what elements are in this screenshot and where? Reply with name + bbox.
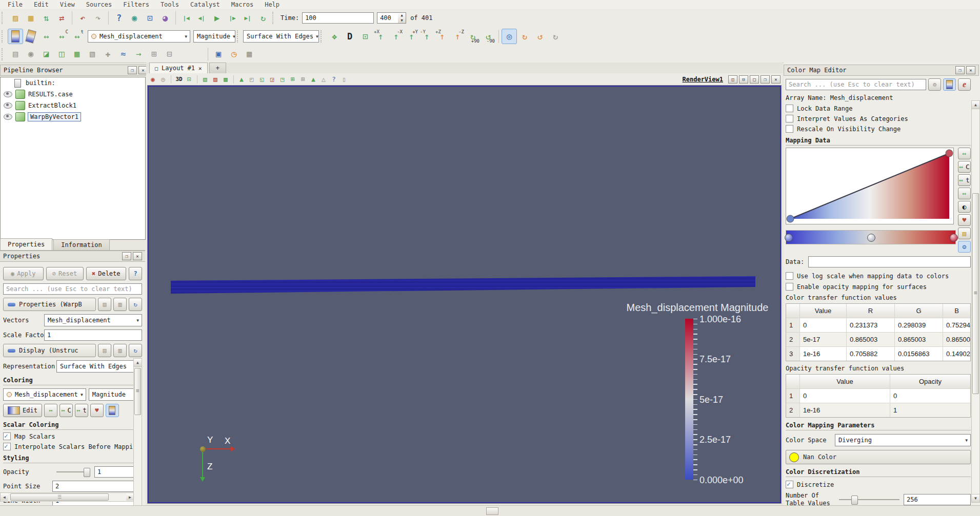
show-color-legend-button[interactable] xyxy=(106,404,119,417)
menu-catalyst[interactable]: Catalyst xyxy=(185,1,226,8)
scroll-left-icon[interactable]: ◀ xyxy=(1,493,8,501)
grow-selection-button[interactable]: ▲ xyxy=(308,74,318,85)
float-dock-button[interactable]: ❐ xyxy=(122,252,131,260)
scroll-right-icon[interactable]: ▶ xyxy=(126,493,134,501)
table-row[interactable]: 2 5e-17 0.865003 0.865003 0.865003 xyxy=(786,332,970,346)
clear-selection-button[interactable]: ▯ xyxy=(339,74,349,85)
gradient-mid-handle[interactable] xyxy=(867,234,875,242)
probe-location-button[interactable]: ▣ xyxy=(211,47,226,62)
camera-redo-button[interactable]: ↻ xyxy=(548,29,563,44)
edit-source-button[interactable]: e xyxy=(958,78,971,91)
menu-view[interactable]: View xyxy=(54,1,81,8)
rescale-visibility-checkbox[interactable] xyxy=(786,125,793,133)
view-plus-x-button[interactable]: ↑+X xyxy=(373,29,388,44)
render-viewport[interactable]: Mesh_displacement Magnitude 1.000e-16 7.… xyxy=(149,87,780,502)
menu-file[interactable]: File xyxy=(2,1,28,8)
spin-down-icon[interactable]: ▼ xyxy=(398,18,406,23)
scroll-up-icon[interactable]: ▲ xyxy=(134,359,142,367)
select-block-button[interactable]: ⊡ xyxy=(142,10,157,26)
import-preset-button[interactable]: ▨ xyxy=(958,228,971,239)
help-button[interactable]: ? xyxy=(129,267,142,280)
camera-adjust-button[interactable]: ◎ xyxy=(502,29,517,44)
col-opacity[interactable]: Opacity xyxy=(890,375,970,388)
render-view-name[interactable]: RenderView1 xyxy=(683,76,723,83)
warp-by-vector-button[interactable]: → xyxy=(131,47,146,62)
rescale-to-data-range-button[interactable]: ↔ xyxy=(38,29,54,44)
interpolate-scalars-checkbox[interactable] xyxy=(3,443,11,450)
zoom-closest-button[interactable]: D xyxy=(342,29,357,44)
select-points-on-button[interactable]: ▨ xyxy=(210,74,221,85)
select-cells-on-button[interactable]: ▧ xyxy=(200,74,210,85)
rotate-90-ccw-button[interactable]: ↺-90 xyxy=(481,29,496,44)
view-plus-z-button[interactable]: ↑+Z xyxy=(434,29,450,44)
rescale-custom-button[interactable]: ↔C xyxy=(958,161,971,173)
slider-thumb[interactable] xyxy=(851,496,858,505)
apply-button[interactable]: ◉Apply xyxy=(3,267,44,280)
visibility-eye-icon[interactable] xyxy=(4,114,12,120)
new-layout-tab[interactable]: + xyxy=(209,63,226,73)
hover-points-button[interactable]: ⊞ xyxy=(298,74,308,85)
color-palette-button[interactable]: ◕ xyxy=(157,10,173,26)
float-dock-button[interactable]: ❐ xyxy=(955,66,965,74)
table-row[interactable]: 1 0 0 xyxy=(786,388,970,403)
float-dock-button[interactable]: ❐ xyxy=(128,66,137,74)
calculator-filter-button[interactable]: ▤ xyxy=(8,47,23,62)
shrink-selection-button[interactable]: △ xyxy=(318,74,329,85)
capture-screenshot-button[interactable]: ⊡ xyxy=(184,74,194,85)
update-on-apply-button[interactable] xyxy=(943,78,956,91)
tf-min-handle[interactable] xyxy=(787,215,794,222)
paste-properties-button[interactable]: ▥ xyxy=(113,298,127,311)
extract-block-button[interactable]: ⊟ xyxy=(162,47,177,62)
rescale-range-button[interactable]: ↔ xyxy=(958,148,971,159)
spin-up-icon[interactable]: ▲ xyxy=(398,13,406,18)
close-view-button[interactable]: ✕ xyxy=(771,75,781,84)
tab-information[interactable]: Information xyxy=(53,239,109,250)
col-r[interactable]: R xyxy=(846,304,894,318)
scrollbar-thumb[interactable] xyxy=(134,368,141,415)
point-size-input[interactable]: 2 xyxy=(52,481,142,492)
paste-display-button[interactable]: ▥ xyxy=(113,344,127,357)
interactive-select-cells-button[interactable]: ◲ xyxy=(267,74,277,85)
warped-mesh-surface[interactable] xyxy=(171,276,755,294)
table-values-input[interactable]: 256 xyxy=(904,494,971,505)
undo-button[interactable]: ↶ xyxy=(75,10,90,26)
save-data-button[interactable]: ▦ xyxy=(23,10,38,26)
vectors-combo[interactable]: Mesh_displacement xyxy=(44,314,142,326)
table-row[interactable]: 1 0 0.231373 0.298039 0.752941 xyxy=(786,318,970,332)
scroll-down-icon[interactable]: ▼ xyxy=(972,494,979,502)
select-cells-through-button[interactable]: ▩ xyxy=(221,74,231,85)
play-button[interactable]: ▶ xyxy=(209,10,225,26)
tab-properties[interactable]: Properties xyxy=(0,238,52,250)
open-file-button[interactable]: ▨ xyxy=(8,10,23,26)
properties-vertical-scrollbar[interactable]: ▲ ▼ xyxy=(133,358,142,516)
select-points-through-button[interactable]: ▲ xyxy=(236,74,247,85)
interactive-select-points-button[interactable]: ◳ xyxy=(277,74,288,85)
color-transfer-function-plot[interactable] xyxy=(786,148,954,224)
frame-spinner[interactable]: ▲▼ xyxy=(398,12,406,24)
pipeline-item-builtin[interactable]: builtin: xyxy=(1,77,145,89)
toggle-color-legend-button[interactable] xyxy=(8,29,23,44)
choose-preset-button[interactable]: ♥ xyxy=(90,404,104,417)
group-datasets-button[interactable]: ⊞ xyxy=(146,47,162,62)
stream-tracer-button[interactable]: ≈ xyxy=(115,47,131,62)
menu-macros[interactable]: Macros xyxy=(226,1,259,8)
menu-tools[interactable]: Tools xyxy=(155,1,185,8)
cme-settings-button[interactable]: ⚙ xyxy=(928,78,941,91)
last-frame-button[interactable]: ▶| xyxy=(240,10,255,26)
menu-sources[interactable]: Sources xyxy=(81,1,118,8)
section-display[interactable]: Display (Unstruc xyxy=(3,344,96,357)
color-space-combo[interactable]: Diverging xyxy=(835,434,971,446)
layout-tab[interactable]: □ Layout #1 ✕ xyxy=(149,63,208,73)
next-frame-button[interactable]: |▶ xyxy=(225,10,240,26)
threshold-filter-button[interactable]: ▦ xyxy=(69,47,85,62)
view-plus-y-button[interactable]: ↑+Y xyxy=(404,29,419,44)
slice-filter-button[interactable]: ◫ xyxy=(54,47,69,62)
col-value[interactable]: Value xyxy=(799,304,846,318)
rescale-visible-button[interactable]: ↔ xyxy=(958,188,971,199)
camera-link-button[interactable]: ↻ xyxy=(517,29,532,44)
plot-data-button[interactable]: ▩ xyxy=(242,47,257,62)
frame-input[interactable]: 400 xyxy=(377,12,398,24)
representation-combo[interactable]: Surface With Edges xyxy=(243,30,319,43)
view-minus-x-button[interactable]: ↑-X xyxy=(388,29,404,44)
split-horizontal-button[interactable]: ◫ xyxy=(728,75,737,84)
